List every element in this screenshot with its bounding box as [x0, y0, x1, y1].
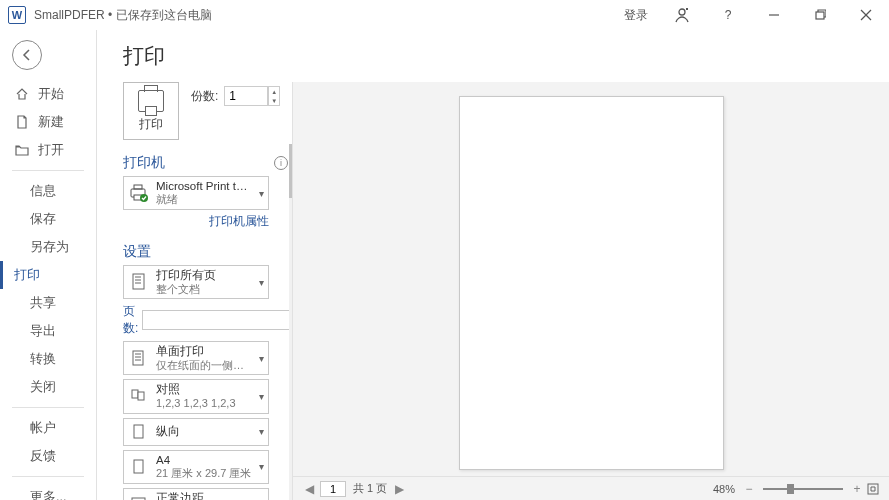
portrait-icon	[128, 421, 150, 443]
margins-icon	[128, 494, 150, 500]
section-printer: 打印机	[123, 154, 165, 172]
setting-line1: 纵向	[156, 424, 252, 438]
setting-line1: 正常边距	[156, 491, 252, 500]
duplex-dropdown[interactable]: 单面打印仅在纸面的一侧上进...	[123, 341, 269, 375]
nav-label: 打开	[38, 142, 64, 159]
svg-point-0	[679, 9, 685, 15]
copies-input[interactable]	[224, 86, 268, 106]
collate-dropdown[interactable]: 对照1,2,3 1,2,3 1,2,3	[123, 379, 269, 413]
setting-line1: 单面打印	[156, 344, 252, 358]
zoom-percent: 48%	[713, 483, 735, 495]
nav-export[interactable]: 导出	[0, 317, 96, 345]
nav-share[interactable]: 共享	[0, 289, 96, 317]
separator	[12, 476, 84, 477]
nav-label: 转换	[30, 351, 56, 368]
home-icon	[14, 87, 30, 101]
nav-feedback[interactable]: 反馈	[0, 442, 96, 470]
account-icon[interactable]	[659, 0, 705, 30]
nav-print[interactable]: 打印	[0, 261, 96, 289]
zoom-out-button[interactable]: −	[741, 481, 757, 497]
nav-save[interactable]: 保存	[0, 205, 96, 233]
nav-open[interactable]: 打开	[0, 136, 96, 164]
nav-label: 打印	[14, 267, 40, 284]
print-preview	[293, 82, 889, 476]
minimize-button[interactable]	[751, 0, 797, 30]
setting-line1: A4	[156, 453, 252, 467]
nav-info[interactable]: 信息	[0, 177, 96, 205]
copies-spinner[interactable]: ▲▼	[268, 86, 280, 106]
printer-icon	[138, 90, 164, 112]
preview-page	[459, 96, 724, 470]
page-count-text: 共 1 页	[353, 481, 387, 496]
document-title: SmallPDFER • 已保存到这台电脑	[34, 7, 613, 24]
printer-properties-link[interactable]: 打印机属性	[209, 215, 269, 227]
print-button[interactable]: 打印	[123, 82, 179, 140]
printer-status-icon	[128, 182, 150, 204]
new-doc-icon	[14, 115, 30, 129]
back-button[interactable]	[12, 40, 42, 70]
open-folder-icon	[14, 143, 30, 157]
svg-rect-19	[134, 425, 143, 438]
margins-dropdown[interactable]: 正常边距上: 2.54 厘米 底部: 2...	[123, 488, 269, 500]
setting-line2: 整个文档	[156, 283, 252, 297]
setting-line2: 21 厘米 x 29.7 厘米	[156, 467, 252, 481]
nav-label: 共享	[30, 295, 56, 312]
setting-line1: 对照	[156, 382, 252, 396]
nav-label: 信息	[30, 183, 56, 200]
copies-label: 份数:	[191, 88, 218, 105]
svg-rect-9	[133, 274, 144, 289]
setting-line1: 打印所有页	[156, 268, 252, 282]
setting-line2: 1,2,3 1,2,3 1,2,3	[156, 397, 252, 411]
fit-page-button[interactable]	[865, 481, 881, 497]
separator	[12, 170, 84, 171]
svg-rect-6	[134, 185, 142, 189]
nav-transform[interactable]: 转换	[0, 345, 96, 373]
pages-icon	[128, 271, 150, 293]
app-icon: W	[8, 6, 26, 24]
print-label: 打印	[139, 116, 163, 133]
nav-label: 开始	[38, 86, 64, 103]
pages-label: 页数:	[123, 303, 138, 337]
page-title: 打印	[97, 30, 889, 82]
nav-new[interactable]: 新建	[0, 108, 96, 136]
page-number-input[interactable]	[320, 481, 346, 497]
printer-name: Microsoft Print to PDF	[156, 179, 252, 193]
setting-line2: 仅在纸面的一侧上进...	[156, 359, 252, 373]
nav-label: 另存为	[30, 239, 69, 256]
info-icon[interactable]: i	[274, 156, 288, 170]
collate-icon	[128, 385, 150, 407]
svg-rect-18	[138, 392, 144, 400]
nav-account[interactable]: 帐户	[0, 414, 96, 442]
paper-icon	[128, 456, 150, 478]
zoom-in-button[interactable]: +	[849, 481, 865, 497]
svg-rect-20	[134, 460, 143, 473]
nav-home[interactable]: 开始	[0, 80, 96, 108]
svg-rect-13	[133, 351, 143, 365]
nav-more[interactable]: 更多...	[0, 483, 96, 500]
svg-rect-26	[868, 484, 878, 494]
nav-close[interactable]: 关闭	[0, 373, 96, 401]
zoom-slider[interactable]	[763, 488, 843, 490]
restore-button[interactable]	[797, 0, 843, 30]
separator	[12, 407, 84, 408]
printer-dropdown[interactable]: Microsoft Print to PDF就绪	[123, 176, 269, 210]
duplex-icon	[128, 347, 150, 369]
nav-label: 保存	[30, 211, 56, 228]
nav-label: 新建	[38, 114, 64, 131]
nav-label: 关闭	[30, 379, 56, 396]
nav-label: 反馈	[30, 448, 56, 465]
paper-size-dropdown[interactable]: A421 厘米 x 29.7 厘米	[123, 450, 269, 484]
nav-saveas[interactable]: 另存为	[0, 233, 96, 261]
nav-label: 导出	[30, 323, 56, 340]
nav-label: 更多...	[30, 489, 66, 501]
svg-rect-17	[132, 390, 138, 398]
pages-input[interactable]	[142, 310, 313, 330]
orientation-dropdown[interactable]: 纵向	[123, 418, 269, 446]
close-button[interactable]	[843, 0, 889, 30]
print-scope-dropdown[interactable]: 打印所有页整个文档	[123, 265, 269, 299]
help-button[interactable]: ?	[705, 0, 751, 30]
svg-rect-2	[816, 12, 824, 19]
prev-page-button[interactable]: ◀	[301, 481, 317, 497]
sign-in-button[interactable]: 登录	[613, 0, 659, 30]
next-page-button[interactable]: ▶	[391, 481, 407, 497]
